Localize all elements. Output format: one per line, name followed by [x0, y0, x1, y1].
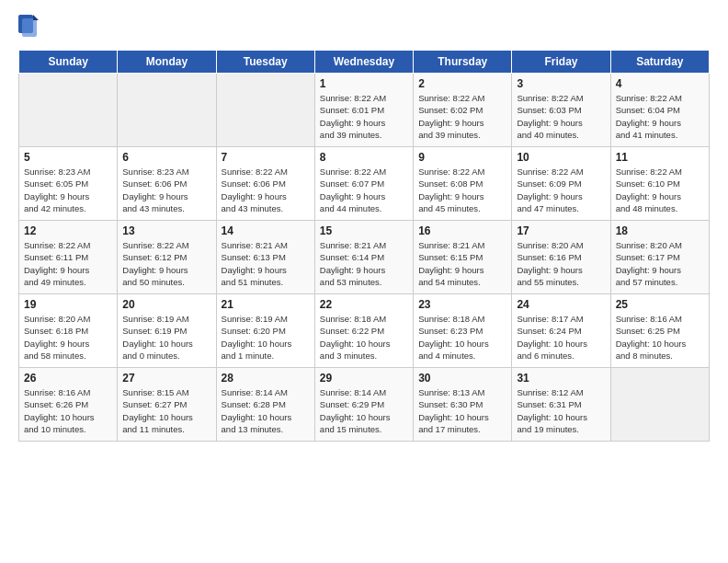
- day-info: Sunrise: 8:22 AM Sunset: 6:10 PM Dayligh…: [616, 166, 704, 214]
- day-number: 17: [517, 224, 605, 237]
- day-number: 20: [122, 298, 210, 311]
- day-info: Sunrise: 8:19 AM Sunset: 6:19 PM Dayligh…: [122, 313, 210, 362]
- day-number: 25: [616, 298, 704, 311]
- calendar-cell: 27Sunrise: 8:15 AM Sunset: 6:27 PM Dayli…: [118, 368, 216, 442]
- calendar-week-1: 1Sunrise: 8:22 AM Sunset: 6:01 PM Daylig…: [19, 74, 710, 147]
- day-info: Sunrise: 8:22 AM Sunset: 6:09 PM Dayligh…: [517, 166, 605, 214]
- calendar-cell: 1Sunrise: 8:22 AM Sunset: 6:01 PM Daylig…: [314, 74, 413, 147]
- day-info: Sunrise: 8:20 AM Sunset: 6:17 PM Dayligh…: [616, 239, 704, 288]
- day-info: Sunrise: 8:14 AM Sunset: 6:29 PM Dayligh…: [320, 386, 408, 435]
- day-info: Sunrise: 8:22 AM Sunset: 6:07 PM Dayligh…: [320, 166, 408, 214]
- day-info: Sunrise: 8:21 AM Sunset: 6:14 PM Dayligh…: [320, 239, 408, 288]
- svg-marker-2: [33, 15, 39, 20]
- calendar-cell: 13Sunrise: 8:22 AM Sunset: 6:12 PM Dayli…: [118, 221, 216, 294]
- day-info: Sunrise: 8:23 AM Sunset: 6:05 PM Dayligh…: [24, 166, 112, 214]
- page: SundayMondayTuesdayWednesdayThursdayFrid…: [0, 0, 728, 563]
- header: [18, 15, 710, 40]
- day-number: 24: [517, 298, 605, 311]
- day-number: 13: [122, 224, 210, 237]
- day-info: Sunrise: 8:13 AM Sunset: 6:30 PM Dayligh…: [418, 386, 506, 435]
- day-number: 2: [418, 77, 506, 90]
- calendar-cell: 25Sunrise: 8:16 AM Sunset: 6:25 PM Dayli…: [610, 294, 709, 368]
- day-info: Sunrise: 8:22 AM Sunset: 6:02 PM Dayligh…: [418, 92, 506, 141]
- calendar-week-5: 26Sunrise: 8:16 AM Sunset: 6:26 PM Dayli…: [19, 368, 710, 442]
- calendar-body: 1Sunrise: 8:22 AM Sunset: 6:01 PM Daylig…: [19, 74, 710, 442]
- calendar-cell: 18Sunrise: 8:20 AM Sunset: 6:17 PM Dayli…: [610, 221, 709, 294]
- day-number: 29: [320, 372, 408, 385]
- calendar-cell: 26Sunrise: 8:16 AM Sunset: 6:26 PM Dayli…: [19, 368, 118, 442]
- day-number: 21: [222, 298, 310, 311]
- calendar-cell: 24Sunrise: 8:17 AM Sunset: 6:24 PM Dayli…: [512, 294, 610, 368]
- day-info: Sunrise: 8:22 AM Sunset: 6:12 PM Dayligh…: [122, 239, 210, 288]
- day-info: Sunrise: 8:17 AM Sunset: 6:24 PM Dayligh…: [517, 313, 605, 362]
- day-info: Sunrise: 8:22 AM Sunset: 6:11 PM Dayligh…: [24, 239, 112, 288]
- day-number: 23: [418, 298, 506, 311]
- calendar-cell: 22Sunrise: 8:18 AM Sunset: 6:22 PM Dayli…: [314, 294, 413, 368]
- day-info: Sunrise: 8:22 AM Sunset: 6:06 PM Dayligh…: [222, 166, 310, 214]
- day-number: 26: [24, 372, 112, 385]
- weekday-header-sunday: Sunday: [19, 51, 118, 74]
- calendar-cell: 14Sunrise: 8:21 AM Sunset: 6:13 PM Dayli…: [216, 221, 314, 294]
- day-number: 7: [222, 151, 310, 164]
- logo: [18, 15, 42, 40]
- calendar-cell: 29Sunrise: 8:14 AM Sunset: 6:29 PM Dayli…: [314, 368, 413, 442]
- day-info: Sunrise: 8:21 AM Sunset: 6:13 PM Dayligh…: [222, 239, 310, 288]
- calendar-cell: 5Sunrise: 8:23 AM Sunset: 6:05 PM Daylig…: [19, 147, 118, 221]
- weekday-header-saturday: Saturday: [610, 51, 709, 74]
- day-number: 14: [222, 224, 310, 237]
- calendar-cell: 6Sunrise: 8:23 AM Sunset: 6:06 PM Daylig…: [118, 147, 216, 221]
- calendar-cell: 3Sunrise: 8:22 AM Sunset: 6:03 PM Daylig…: [512, 74, 610, 147]
- day-number: 19: [24, 298, 112, 311]
- day-number: 30: [418, 372, 506, 385]
- day-number: 12: [24, 224, 112, 237]
- calendar-cell: 15Sunrise: 8:21 AM Sunset: 6:14 PM Dayli…: [314, 221, 413, 294]
- calendar-week-4: 19Sunrise: 8:20 AM Sunset: 6:18 PM Dayli…: [19, 294, 710, 368]
- day-number: 9: [418, 151, 506, 164]
- calendar-cell: 30Sunrise: 8:13 AM Sunset: 6:30 PM Dayli…: [414, 368, 512, 442]
- calendar-cell: 23Sunrise: 8:18 AM Sunset: 6:23 PM Dayli…: [414, 294, 512, 368]
- day-number: 4: [616, 77, 704, 90]
- calendar-cell: 11Sunrise: 8:22 AM Sunset: 6:10 PM Dayli…: [610, 147, 709, 221]
- calendar-header-row: SundayMondayTuesdayWednesdayThursdayFrid…: [19, 51, 710, 74]
- day-info: Sunrise: 8:16 AM Sunset: 6:25 PM Dayligh…: [616, 313, 704, 362]
- day-info: Sunrise: 8:22 AM Sunset: 6:08 PM Dayligh…: [418, 166, 506, 214]
- calendar-cell: 10Sunrise: 8:22 AM Sunset: 6:09 PM Dayli…: [512, 147, 610, 221]
- day-number: 5: [24, 151, 112, 164]
- day-number: 28: [222, 372, 310, 385]
- weekday-header-thursday: Thursday: [414, 51, 512, 74]
- calendar-cell: 17Sunrise: 8:20 AM Sunset: 6:16 PM Dayli…: [512, 221, 610, 294]
- calendar-week-2: 5Sunrise: 8:23 AM Sunset: 6:05 PM Daylig…: [19, 147, 710, 221]
- day-number: 1: [320, 77, 408, 90]
- day-info: Sunrise: 8:15 AM Sunset: 6:27 PM Dayligh…: [122, 386, 210, 435]
- calendar-cell: [610, 368, 709, 442]
- day-info: Sunrise: 8:16 AM Sunset: 6:26 PM Dayligh…: [24, 386, 112, 435]
- day-info: Sunrise: 8:14 AM Sunset: 6:28 PM Dayligh…: [222, 386, 310, 435]
- day-info: Sunrise: 8:12 AM Sunset: 6:31 PM Dayligh…: [517, 386, 605, 435]
- calendar-cell: 7Sunrise: 8:22 AM Sunset: 6:06 PM Daylig…: [216, 147, 314, 221]
- day-info: Sunrise: 8:21 AM Sunset: 6:15 PM Dayligh…: [418, 239, 506, 288]
- calendar-cell: 12Sunrise: 8:22 AM Sunset: 6:11 PM Dayli…: [19, 221, 118, 294]
- day-info: Sunrise: 8:20 AM Sunset: 6:16 PM Dayligh…: [517, 239, 605, 288]
- day-number: 3: [517, 77, 605, 90]
- calendar-cell: 31Sunrise: 8:12 AM Sunset: 6:31 PM Dayli…: [512, 368, 610, 442]
- day-number: 11: [616, 151, 704, 164]
- calendar-cell: 20Sunrise: 8:19 AM Sunset: 6:19 PM Dayli…: [118, 294, 216, 368]
- day-number: 22: [320, 298, 408, 311]
- logo-icon: [18, 15, 39, 40]
- day-number: 31: [517, 372, 605, 385]
- day-info: Sunrise: 8:22 AM Sunset: 6:01 PM Dayligh…: [320, 92, 408, 141]
- day-number: 27: [122, 372, 210, 385]
- day-info: Sunrise: 8:22 AM Sunset: 6:03 PM Dayligh…: [517, 92, 605, 141]
- day-number: 8: [320, 151, 408, 164]
- day-info: Sunrise: 8:22 AM Sunset: 6:04 PM Dayligh…: [616, 92, 704, 141]
- weekday-header-wednesday: Wednesday: [314, 51, 413, 74]
- calendar-week-3: 12Sunrise: 8:22 AM Sunset: 6:11 PM Dayli…: [19, 221, 710, 294]
- day-number: 6: [122, 151, 210, 164]
- weekday-header-monday: Monday: [118, 51, 216, 74]
- day-number: 15: [320, 224, 408, 237]
- calendar-cell: 2Sunrise: 8:22 AM Sunset: 6:02 PM Daylig…: [414, 74, 512, 147]
- day-number: 18: [616, 224, 704, 237]
- calendar-cell: 16Sunrise: 8:21 AM Sunset: 6:15 PM Dayli…: [414, 221, 512, 294]
- calendar-cell: 28Sunrise: 8:14 AM Sunset: 6:28 PM Dayli…: [216, 368, 314, 442]
- calendar-cell: 9Sunrise: 8:22 AM Sunset: 6:08 PM Daylig…: [414, 147, 512, 221]
